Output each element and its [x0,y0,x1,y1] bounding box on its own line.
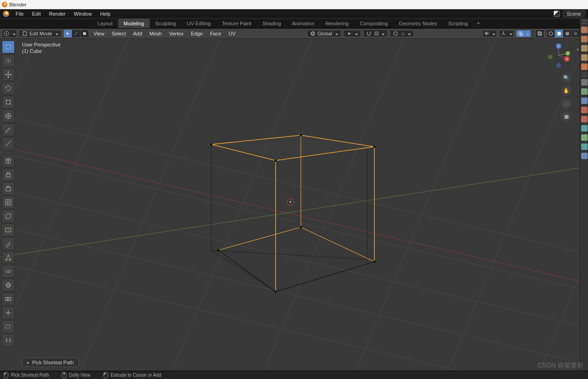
cursor-tool[interactable] [2,54,15,67]
tab-shading[interactable]: Shading [257,19,286,28]
poly-build-tool[interactable] [2,251,15,264]
menu-help[interactable]: Help [96,10,114,17]
tab-animation[interactable]: Animation [287,19,320,28]
properties-tab-5[interactable] [581,79,588,86]
face-select-button[interactable] [80,30,89,37]
header-menu-mesh[interactable]: Mesh [147,30,164,37]
properties-tab-strip [580,18,588,371]
menu-file[interactable]: File [12,10,28,17]
panel-drag-handle[interactable] [582,20,587,24]
properties-tab-12[interactable] [581,144,588,150]
select-box-tool[interactable] [2,40,15,53]
header-menu-add[interactable]: Add [130,30,145,37]
viewport-scene [0,39,580,371]
annotate-tool[interactable] [2,123,15,136]
inset-faces-tool[interactable] [2,196,15,209]
tab-layout[interactable]: Layout [92,19,118,28]
svg-point-74 [556,63,561,68]
tab-geometry-nodes[interactable]: Geometry Nodes [393,19,442,28]
add-workspace-button[interactable]: + [473,19,483,28]
tab-texture-paint[interactable]: Texture Paint [216,19,257,28]
solid-shading-button[interactable] [555,30,563,37]
transform-orientation-dropdown[interactable]: Global [307,30,341,37]
rip-region-tool[interactable] [2,334,15,347]
perspective-toggle-icon[interactable]: ▦ [561,111,571,121]
blender-logo-icon[interactable] [3,11,9,17]
n-panel-toggle[interactable]: ◂ [577,47,579,52]
wireframe-shading-button[interactable] [547,30,555,37]
pan-icon[interactable]: ✋ [561,86,571,96]
svg-point-58 [10,259,11,261]
properties-tab-2[interactable] [581,45,588,52]
properties-tab-6[interactable] [581,88,588,95]
tab-uv-editing[interactable]: UV Editing [181,19,216,28]
properties-tab-4[interactable] [581,63,588,70]
overlays-dropdown[interactable] [516,30,531,37]
properties-tab-1[interactable] [581,36,588,42]
material-preview-button[interactable] [563,30,571,37]
last-operator-panel[interactable]: ▸ Pick Shortest Path [22,358,79,367]
navigation-gizmo[interactable]: Z X Y [546,42,571,68]
rendered-shading-button[interactable] [571,30,580,37]
scale-tool[interactable] [2,96,15,109]
tab-scripting[interactable]: Scripting [442,19,473,28]
properties-tab-8[interactable] [581,107,588,113]
svg-rect-52 [7,201,10,204]
properties-tab-7[interactable] [581,98,588,104]
header-menu-vertex[interactable]: Vertex [166,30,186,37]
properties-tab-3[interactable] [581,54,588,61]
watermark-text: CSDN @菊黄射 [537,362,583,370]
object-visibility-dropdown[interactable]: 👁 [482,30,497,37]
camera-view-icon[interactable]: 🎥 [561,98,571,109]
properties-tab-13[interactable] [581,153,588,159]
rotate-tool[interactable] [2,82,15,95]
mode-dropdown[interactable]: Edit Mode [19,30,62,37]
edge-select-button[interactable] [72,30,80,37]
zoom-icon[interactable]: 🔍 [561,73,571,83]
menu-window[interactable]: Window [70,10,96,17]
scene-dropdown[interactable]: Scene [563,10,585,17]
vertex-select-button[interactable] [64,30,72,37]
tab-sculpting[interactable]: Sculpting [150,19,181,28]
extrude-region-tool[interactable] [2,168,15,181]
snap-dropdown[interactable]: ⊡ [363,29,388,37]
proportional-edit-dropdown[interactable]: ∩ [390,30,414,37]
menu-edit[interactable]: Edit [28,10,45,17]
edge-slide-tool[interactable] [2,293,15,305]
smooth-tool[interactable] [2,279,15,292]
shear-tool[interactable] [2,320,15,333]
menu-render[interactable]: Render [45,10,69,17]
editor-type-dropdown[interactable] [2,29,17,38]
transform-tool[interactable] [2,109,15,122]
properties-tab-9[interactable] [581,116,588,122]
header-menu-edge[interactable]: Edge [188,30,205,37]
knife-tool[interactable] [2,237,15,250]
pivot-point-dropdown[interactable] [343,30,361,37]
svg-point-56 [8,255,9,256]
move-tool[interactable] [2,68,15,81]
gizmo-dropdown[interactable] [499,30,514,37]
tab-compositing[interactable]: Compositing [354,19,393,28]
xray-toggle[interactable] [535,29,544,38]
add-cube-tool[interactable] [2,155,15,167]
tab-modeling[interactable]: Modeling [118,19,150,28]
properties-tab-11[interactable] [581,134,588,141]
header-menu-face[interactable]: Face [207,30,224,37]
bevel-tool[interactable] [2,210,15,223]
shrink-fatten-tool[interactable] [2,306,15,319]
3d-viewport[interactable]: User Perspective (1) Cube Z X Y 🔍✋🎥▦ ▸ P… [0,39,580,371]
extrude-manifold-tool[interactable] [2,182,15,195]
spin-tool[interactable] [2,265,15,278]
header-menu-select[interactable]: Select [109,30,129,37]
scene-icon[interactable] [554,11,560,17]
header-menu-view[interactable]: View [91,30,107,37]
svg-point-37 [217,249,220,252]
measure-tool[interactable] [2,137,15,150]
properties-tab-0[interactable] [581,27,588,33]
toolbar-left [2,40,15,347]
properties-tab-10[interactable] [581,125,588,132]
tab-rendering[interactable]: Rendering [320,19,354,28]
panel-drag-handle[interactable] [582,73,587,76]
loop-cut-tool[interactable] [2,224,15,236]
header-menu-uv[interactable]: UV [226,30,238,37]
